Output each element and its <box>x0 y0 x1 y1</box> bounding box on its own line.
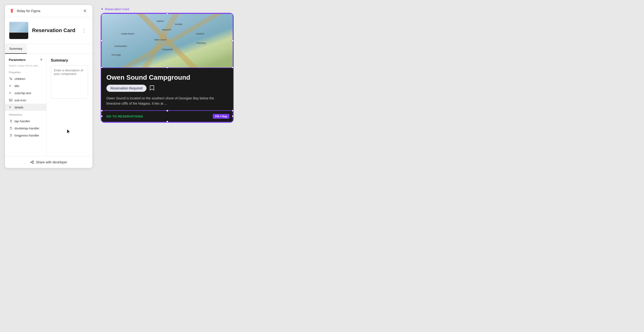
card-title: Owen Sound Campground <box>106 74 228 81</box>
sidebar-content: Parameters + Select a layer first to add… <box>5 54 92 156</box>
relay-logo-icon <box>9 8 14 14</box>
bookmark-icon[interactable] <box>149 85 154 92</box>
reservation-card: Wiarton Kemble Sauble Beach Hepworth Owe… <box>101 13 234 123</box>
sidebar-item-sub-icon[interactable]: sub-icon <box>5 97 46 104</box>
left-panel: Relay for Figma ✕ Reservation Card ⋮ Sum… <box>5 5 92 168</box>
corner-mr <box>232 40 233 42</box>
footer-corner-tl <box>101 110 102 111</box>
svg-point-7 <box>32 163 34 164</box>
sidebar-item-tap-handler[interactable]: tap-handler <box>5 117 46 125</box>
summary-heading: Summary <box>51 58 88 63</box>
component-info: Reservation Card ⋮ <box>5 17 92 44</box>
tab-summary[interactable]: Summary <box>5 44 27 54</box>
sidebar-nav: Parameters + Select a layer first to add… <box>5 54 46 156</box>
diamond-icon: ✦ <box>101 7 104 11</box>
map-selection-box <box>101 13 233 68</box>
corner-bm <box>166 67 168 68</box>
title-label: title <box>14 84 19 88</box>
app-title: Relay for Figma <box>17 9 40 13</box>
component-thumbnail <box>9 22 28 39</box>
component-label-text: Reservation Card <box>105 7 129 11</box>
footer-corner-bm <box>166 121 168 122</box>
footer-corner-tm <box>166 110 168 111</box>
share-button[interactable]: Share with developer <box>30 160 67 164</box>
params-label: Parameters <box>9 58 26 62</box>
select-layer-hint: Select a layer first to add... <box>5 64 46 70</box>
properties-section-label: Properties <box>5 70 46 75</box>
share-footer: Share with developer <box>5 156 92 168</box>
text-icon-subchip: T <box>9 91 12 95</box>
thumbnail-dark <box>9 33 28 39</box>
sidebar-item-subchip-text[interactable]: T subchip-text <box>5 89 46 97</box>
longpress-handler-label: longpress-handler <box>14 134 39 137</box>
hand-icon-longpress <box>9 133 12 137</box>
right-panel: ✦ Reservation Card Wiarton Kemble Sauble… <box>98 5 639 125</box>
corner-bl <box>101 67 102 68</box>
hand-icon-tap <box>9 119 12 123</box>
tabs-row: Summary <box>5 44 92 54</box>
text-icon-title: T <box>9 84 12 88</box>
header-left: Relay for Figma <box>9 8 40 14</box>
card-footer: GO TO RESERVATIONS Fill × Hug <box>101 110 233 122</box>
panel-header: Relay for Figma ✕ <box>5 5 92 17</box>
indent-icon <box>9 77 12 81</box>
reservation-chip: Reservation Required <box>106 85 146 92</box>
card-description: Owen Sound is located on the southern sh… <box>106 96 228 106</box>
sidebar-item-children[interactable]: children <box>5 75 46 82</box>
share-icon <box>30 160 34 164</box>
svg-text:T: T <box>9 106 11 109</box>
text-icon-details: T <box>9 105 12 109</box>
sidebar-item-longpress-handler[interactable]: longpress-handler <box>5 132 46 139</box>
sidebar-item-doubletap-handler[interactable]: doubletap-handler <box>5 125 46 132</box>
subchip-text-label: subchip-text <box>14 91 31 95</box>
component-label: ✦ Reservation Card <box>101 7 637 11</box>
share-label: Share with developer <box>36 160 67 164</box>
interactions-section-label: Interactions <box>5 111 46 117</box>
card-map: Wiarton Kemble Sauble Beach Hepworth Owe… <box>101 13 233 68</box>
summary-textarea[interactable] <box>51 65 88 99</box>
fill-hug-badge: Fill × Hug <box>213 114 230 119</box>
corner-tr <box>232 13 233 15</box>
card-body: Owen Sound Campground Reservation Requir… <box>101 68 233 106</box>
svg-text:T: T <box>9 85 11 88</box>
corner-tm <box>166 13 168 15</box>
close-button[interactable]: ✕ <box>82 8 88 14</box>
component-name: Reservation Card <box>32 27 75 34</box>
children-label: children <box>14 77 26 81</box>
footer-corner-ml <box>101 115 102 117</box>
params-row: Parameters + <box>5 57 46 64</box>
doubletap-handler-label: doubletap-handler <box>14 126 40 130</box>
svg-text:T: T <box>9 92 11 95</box>
image-icon <box>9 98 12 102</box>
sub-icon-label: sub-icon <box>14 98 26 102</box>
sidebar-item-details[interactable]: T details <box>5 104 46 111</box>
thumbnail-map <box>9 22 28 33</box>
tap-handler-label: tap-handler <box>14 119 30 123</box>
more-menu-button[interactable]: ⋮ <box>80 27 88 34</box>
hand-icon-doubletap <box>9 126 12 130</box>
corner-br <box>232 67 233 68</box>
footer-corner-tr <box>232 110 234 111</box>
details-label: details <box>14 106 24 109</box>
footer-corner-mr <box>232 115 234 117</box>
footer-corner-bl <box>101 121 102 122</box>
sidebar-item-title[interactable]: T title <box>5 82 46 89</box>
footer-corner-br <box>232 121 234 122</box>
svg-point-5 <box>32 161 34 162</box>
main-content-area: Summary <box>46 54 92 156</box>
card-chips: Reservation Required <box>106 85 228 92</box>
add-param-button[interactable]: + <box>40 57 42 62</box>
corner-tl <box>101 13 102 15</box>
svg-point-6 <box>31 162 32 163</box>
go-reservations-button[interactable]: GO TO RESERVATIONS <box>106 115 143 118</box>
corner-ml <box>101 40 102 42</box>
